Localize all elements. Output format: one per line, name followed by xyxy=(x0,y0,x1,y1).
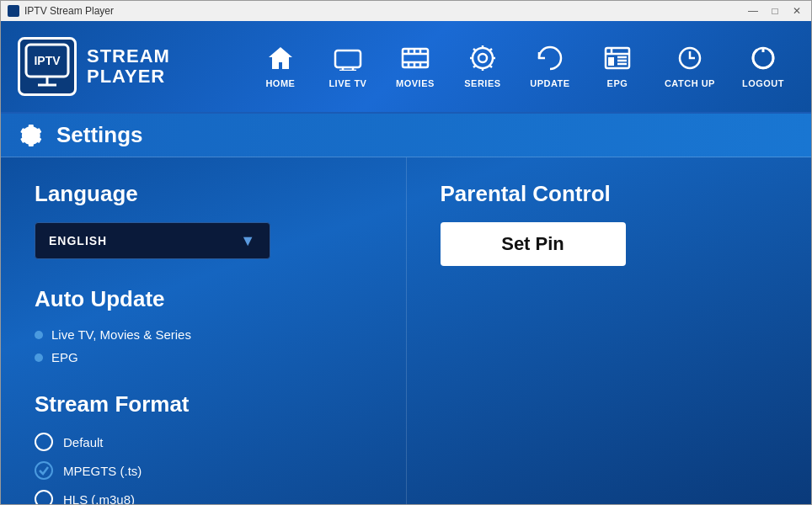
nav-label-home: HOME xyxy=(265,78,295,88)
svg-rect-34 xyxy=(608,57,614,66)
svg-text:IPTV: IPTV xyxy=(34,54,61,67)
settings-page-title: Settings xyxy=(56,122,143,148)
svg-line-25 xyxy=(489,49,492,50)
language-dropdown[interactable]: ENGLISH ▼ xyxy=(35,222,270,259)
titlebar-controls: — □ ✕ xyxy=(745,3,804,19)
home-icon xyxy=(267,45,294,75)
svg-line-26 xyxy=(473,66,476,67)
nav-item-movies[interactable]: MOVIES xyxy=(385,39,446,95)
radio-mpegts-label: MPEGTS (.ts) xyxy=(63,464,142,478)
minimize-button[interactable]: — xyxy=(745,3,761,19)
nav-label-movies: MOVIES xyxy=(396,78,435,88)
logo: IPTV STREAM PLAYER xyxy=(18,37,170,96)
update-item-label-2: EPG xyxy=(51,350,78,364)
radio-mpegts-icon xyxy=(35,461,53,480)
titlebar-left: IPTV Stream Player xyxy=(8,5,114,17)
right-panel: Parental Control Set Pin xyxy=(407,157,812,505)
settings-bar: Settings xyxy=(1,114,811,157)
main-content: Language ENGLISH ▼ Auto Update Live TV, … xyxy=(1,157,811,505)
nav-label-update: UPDATE xyxy=(530,78,569,88)
live-tv-icon xyxy=(334,45,362,75)
parental-control-title: Parental Control xyxy=(441,181,778,207)
auto-update-section: Auto Update Live TV, Movies & Series EPG xyxy=(35,286,372,364)
stream-format-hls[interactable]: HLS (.m3u8) xyxy=(35,490,372,505)
language-title: Language xyxy=(35,181,372,207)
header: IPTV STREAM PLAYER HOME xyxy=(1,21,811,114)
set-pin-button[interactable]: Set Pin xyxy=(441,222,626,266)
catch-up-icon xyxy=(676,45,704,75)
svg-point-18 xyxy=(473,48,493,68)
maximize-button[interactable]: □ xyxy=(767,3,783,19)
svg-line-27 xyxy=(489,66,492,67)
stream-format-default[interactable]: Default xyxy=(35,433,372,451)
dropdown-arrow-icon: ▼ xyxy=(240,232,256,250)
svg-marker-4 xyxy=(269,47,292,69)
nav-label-live-tv: LIVE TV xyxy=(329,78,366,88)
logo-box: IPTV xyxy=(18,37,77,96)
nav-item-series[interactable]: SERIES xyxy=(452,39,513,95)
auto-update-title: Auto Update xyxy=(35,286,372,312)
language-section: Language ENGLISH ▼ xyxy=(35,181,372,259)
nav-item-catch-up[interactable]: CATCH UP xyxy=(654,39,725,95)
stream-format-title: Stream Format xyxy=(35,391,372,417)
movies-icon xyxy=(401,45,430,75)
radio-hls-label: HLS (.m3u8) xyxy=(63,492,135,506)
nav-item-live-tv[interactable]: LIVE TV xyxy=(318,39,378,95)
radio-hls-icon xyxy=(35,490,53,505)
logo-svg: IPTV xyxy=(23,41,72,92)
bullet-icon-2 xyxy=(35,354,43,362)
logout-icon xyxy=(749,45,777,75)
logo-text: STREAM PLAYER xyxy=(87,46,170,87)
update-item-epg: EPG xyxy=(35,350,372,364)
epg-icon xyxy=(603,45,632,75)
titlebar: IPTV Stream Player — □ ✕ xyxy=(1,1,811,21)
radio-default-label: Default xyxy=(63,435,104,449)
radio-default-icon xyxy=(35,433,53,451)
bullet-icon xyxy=(35,331,43,339)
nav-item-update[interactable]: UPDATE xyxy=(520,39,580,95)
stream-format-section: Stream Format Default MPEGTS (.ts) HLS (… xyxy=(35,391,372,505)
nav-label-catch-up: CATCH UP xyxy=(665,78,715,88)
nav-label-series: SERIES xyxy=(464,78,500,88)
close-button[interactable]: ✕ xyxy=(789,3,804,19)
series-icon xyxy=(468,45,497,75)
update-item-label-1: Live TV, Movies & Series xyxy=(51,327,191,342)
settings-gear-icon xyxy=(18,122,45,149)
svg-point-19 xyxy=(478,54,487,62)
nav-item-home[interactable]: HOME xyxy=(250,39,311,95)
nav-item-logout[interactable]: LOGOUT xyxy=(732,39,794,95)
titlebar-title: IPTV Stream Player xyxy=(24,5,114,17)
update-item-live-tv: Live TV, Movies & Series xyxy=(35,327,372,342)
svg-line-24 xyxy=(473,49,476,50)
app-icon xyxy=(8,5,19,17)
left-panel: Language ENGLISH ▼ Auto Update Live TV, … xyxy=(1,157,407,505)
nav-label-epg: EPG xyxy=(607,78,628,88)
nav-item-epg[interactable]: EPG xyxy=(587,39,648,95)
navigation: HOME LIVE TV xyxy=(250,39,794,95)
update-icon xyxy=(536,45,564,75)
language-selected-value: ENGLISH xyxy=(49,234,107,247)
svg-rect-5 xyxy=(335,50,361,67)
nav-label-logout: LOGOUT xyxy=(742,78,784,88)
stream-format-mpegts[interactable]: MPEGTS (.ts) xyxy=(35,461,372,480)
